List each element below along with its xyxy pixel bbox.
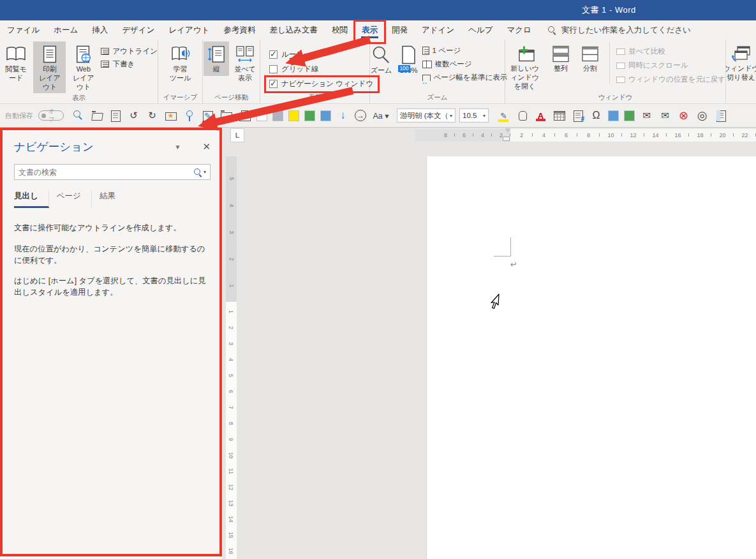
- highlighter-icon[interactable]: ✎: [497, 108, 510, 123]
- new-window-label: 新しいウィンドウを開く: [508, 64, 541, 91]
- printer-icon[interactable]: [238, 108, 251, 123]
- send-mail-icon[interactable]: ✉: [640, 108, 653, 123]
- title-bar: 文書 1 - Word: [0, 0, 756, 20]
- left-indent-marker[interactable]: [503, 137, 510, 141]
- blue-swatch-2[interactable]: [608, 110, 619, 121]
- autosave-toggle[interactable]: オフ: [38, 110, 64, 121]
- close-pane-icon[interactable]: ✕: [202, 141, 211, 153]
- ruler-number: 6: [555, 129, 577, 142]
- quick-icons-right: ✎AΩ✉✉⊗◎: [497, 108, 727, 123]
- green-swatch-2[interactable]: [624, 110, 635, 121]
- change-case-icon[interactable]: Aa ▾: [371, 108, 390, 123]
- arrange-all-button[interactable]: 整列: [548, 41, 574, 75]
- print-layout-button[interactable]: 印刷レイアウト: [33, 41, 66, 93]
- attach-icon[interactable]: [182, 108, 196, 123]
- tab-home[interactable]: ホーム: [47, 20, 85, 40]
- ruler-checkbox[interactable]: ルーラー: [269, 50, 311, 59]
- forward-mail-icon[interactable]: ✉: [658, 108, 672, 123]
- tab-developer[interactable]: 開発: [385, 20, 415, 40]
- zoom-button[interactable]: ズーム: [367, 41, 395, 77]
- hand-icon[interactable]: [515, 108, 529, 123]
- document-search-box[interactable]: ▾: [14, 164, 211, 180]
- switch-windows-button[interactable]: ウィンドウ切り替え: [726, 41, 756, 84]
- document-page[interactable]: ↵: [426, 156, 756, 559]
- horizontal-ruler[interactable]: 8642 246810121416182022: [415, 129, 756, 142]
- vertical-page-button[interactable]: 縦: [204, 41, 229, 76]
- tab-layout[interactable]: レイアウト: [161, 20, 216, 40]
- goto-icon[interactable]: →: [355, 110, 366, 121]
- ribbon-group-switch-windows: ウィンドウ切り替え: [726, 40, 756, 103]
- white-swatch[interactable]: [256, 110, 267, 121]
- search-document-icon[interactable]: [71, 108, 85, 123]
- nav-tab-headings[interactable]: 見出し: [14, 191, 49, 208]
- tab-help[interactable]: ヘルプ: [461, 20, 500, 40]
- tab-view[interactable]: 表示: [355, 20, 385, 40]
- new-window-icon: [515, 45, 535, 63]
- print-preview-icon[interactable]: [108, 108, 122, 123]
- one-page-button[interactable]: 1 ページ: [422, 46, 508, 56]
- navigation-pane-checkbox[interactable]: ナビゲーション ウィンドウ: [269, 79, 373, 89]
- reset-window-position-button: ウィンドウの位置を元に戻す: [616, 75, 725, 84]
- search-options-chevron-icon[interactable]: ▾: [204, 169, 206, 175]
- green-swatch[interactable]: [304, 110, 315, 121]
- properties-icon[interactable]: [714, 108, 727, 123]
- side-to-side-button[interactable]: 並べて表示: [231, 41, 259, 85]
- ruler-number: 8: [577, 129, 600, 142]
- tell-me-search[interactable]: 実行したい作業を入力してください: [547, 20, 691, 40]
- tab-file[interactable]: ファイル: [0, 20, 47, 40]
- new-folder-icon[interactable]: [219, 108, 233, 123]
- ruler-number: 22: [734, 129, 756, 142]
- read-mode-button[interactable]: 閲覧モード: [0, 41, 32, 85]
- redo-icon[interactable]: ↻: [145, 108, 159, 123]
- favorites-folder-icon[interactable]: ★: [164, 108, 177, 123]
- gridlines-checkbox[interactable]: グリッド線: [269, 64, 319, 74]
- undo-icon[interactable]: ↺: [127, 108, 140, 123]
- tab-mailings[interactable]: 差し込み文書: [262, 20, 325, 40]
- page-width-icon: [422, 75, 431, 81]
- new-window-button[interactable]: 新しいウィンドウを開く: [505, 41, 544, 93]
- target-icon[interactable]: ◎: [695, 108, 709, 123]
- ribbon-group-window: 新しいウィンドウを開く 整列 分割 並べて比較 同時にスクロール ウィンドウの位…: [505, 40, 726, 103]
- down-arrow-icon[interactable]: ↓: [336, 108, 350, 123]
- switch-windows-icon: [732, 45, 751, 63]
- table-icon[interactable]: [552, 108, 566, 123]
- outline-view-button[interactable]: アウトライン: [101, 47, 158, 56]
- nav-tab-results[interactable]: 結果: [100, 191, 126, 207]
- gray-swatch[interactable]: [272, 110, 283, 121]
- draft-view-button[interactable]: 下書き: [101, 59, 158, 69]
- font-name-value: 游明朝 (本文（: [400, 111, 448, 121]
- split-button[interactable]: 分割: [577, 41, 603, 75]
- document-search-input[interactable]: [19, 168, 193, 177]
- font-name-select[interactable]: 游明朝 (本文（ ▾: [397, 108, 456, 123]
- pane-options-chevron-icon[interactable]: ▼: [175, 144, 181, 151]
- tab-references[interactable]: 参考資料: [216, 20, 262, 40]
- tab-addins[interactable]: アドイン: [415, 20, 461, 40]
- arrange-all-label: 整列: [554, 64, 568, 73]
- tab-design[interactable]: デザイン: [115, 20, 161, 40]
- navigation-pane-title: ナビゲーション: [14, 139, 175, 154]
- tab-stop-selector[interactable]: L: [230, 128, 244, 142]
- zoom-100-button[interactable]: 100 100%: [396, 41, 420, 77]
- page-width-button[interactable]: ページ幅を基準に表示: [422, 73, 508, 82]
- font-size-select[interactable]: 10.5 ▾: [459, 108, 489, 123]
- learning-tools-button[interactable]: 学習ツール: [167, 41, 195, 85]
- tab-review[interactable]: 校閲: [325, 20, 355, 40]
- multiple-pages-button[interactable]: 複数ページ: [422, 59, 508, 69]
- cancel-icon[interactable]: ⊗: [677, 108, 690, 123]
- yellow-swatch[interactable]: [288, 110, 299, 121]
- tab-insert[interactable]: 挿入: [85, 20, 115, 40]
- open-folder-icon[interactable]: [90, 108, 103, 123]
- checkbox-icon: [269, 80, 278, 88]
- vertical-ruler[interactable]: 54321 12345678910111213141516: [226, 156, 237, 559]
- first-line-indent-marker[interactable]: [505, 128, 511, 136]
- web-layout-button[interactable]: Webレイアウト: [67, 41, 100, 93]
- symbol-omega-icon[interactable]: Ω: [589, 108, 603, 123]
- blue-swatch[interactable]: [320, 110, 331, 121]
- learning-tools-icon: [170, 45, 190, 63]
- font-color-icon[interactable]: A: [534, 108, 547, 123]
- search-icon[interactable]: [193, 168, 202, 177]
- tab-macro[interactable]: マクロ: [500, 20, 538, 40]
- page-number-icon[interactable]: [571, 108, 584, 123]
- nav-tab-pages[interactable]: ページ: [57, 191, 92, 207]
- draw-edit-icon[interactable]: ✎: [201, 108, 214, 123]
